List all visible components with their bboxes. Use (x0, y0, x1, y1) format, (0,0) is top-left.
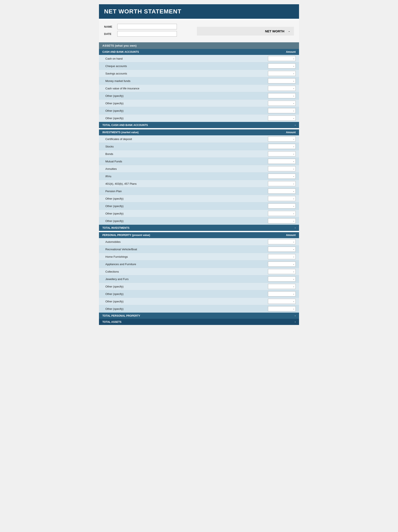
row-label: Certificates of deposit (105, 138, 268, 141)
personal-property-amount-label: Amount (286, 234, 296, 237)
investments-title: INVESTMENTS (market value) (102, 131, 139, 134)
row-label: Other (specify) (105, 292, 268, 296)
date-input[interactable] (117, 31, 177, 37)
total-assets-value: - (295, 320, 296, 323)
table-row: Pension Plan (99, 188, 299, 195)
table-row: Cash value of life insurance (99, 85, 299, 92)
table-row: Other (specify) (99, 283, 299, 290)
name-input[interactable] (117, 24, 177, 29)
amount-input[interactable] (268, 218, 296, 223)
table-row: Bonds (99, 150, 299, 158)
name-date-block: NAME DATE (104, 24, 193, 38)
row-label: Other (specify) (105, 94, 268, 97)
amount-input[interactable] (268, 239, 296, 244)
total-cash-row: TOTAL CASH AND BANK ACCOUNTS - (99, 122, 299, 128)
page-title: NET WORTH STATEMENT (99, 4, 299, 19)
total-cash-label: TOTAL CASH AND BANK ACCOUNTS (102, 124, 148, 127)
amount-input[interactable] (268, 254, 296, 259)
table-row: Other (specify) (99, 202, 299, 210)
date-row: DATE (104, 31, 193, 37)
row-label: Recreational Vehicle/Boat (105, 248, 268, 251)
total-personal-value: - (295, 314, 296, 317)
table-row: IRAs (99, 173, 299, 180)
investments-header: INVESTMENTS (market value) Amount (99, 129, 299, 135)
amount-input[interactable] (268, 159, 296, 164)
personal-rows-container: Automobiles Recreational Vehicle/Boat Ho… (99, 238, 299, 313)
amount-input[interactable] (268, 284, 296, 289)
amount-input[interactable] (268, 211, 296, 216)
amount-input[interactable] (268, 291, 296, 297)
amount-input[interactable] (268, 189, 296, 194)
table-row: Other (specify) (99, 100, 299, 107)
amount-input[interactable] (268, 181, 296, 186)
amount-input[interactable] (268, 269, 296, 274)
amount-input[interactable] (268, 101, 296, 106)
amount-input[interactable] (268, 166, 296, 171)
row-label: Appliances and Furniture (105, 263, 268, 266)
table-row: Money market funds (99, 77, 299, 85)
amount-input[interactable] (268, 196, 296, 201)
amount-input[interactable] (268, 299, 296, 304)
assets-section-header: ASSETS (what you own) (99, 42, 299, 49)
amount-input[interactable] (268, 63, 296, 69)
date-label: DATE (104, 32, 115, 36)
investment-rows-container: Certificates of deposit Stocks Bonds Mut… (99, 135, 299, 225)
net-worth-label: NET WORTH (265, 29, 284, 33)
amount-input[interactable] (268, 78, 296, 83)
table-row: Cheque accounts (99, 62, 299, 70)
page: NET WORTH STATEMENT NAME DATE NET WORTH … (99, 4, 299, 325)
row-label: Money market funds (105, 79, 268, 82)
row-label: Jewellery and Furs (105, 278, 268, 281)
row-label: Other (specify) (105, 102, 268, 105)
cash-bank-amount-label: Amount (286, 51, 296, 53)
table-row: Other (specify) (99, 114, 299, 122)
amount-input[interactable] (268, 71, 296, 76)
amount-input[interactable] (268, 93, 296, 98)
row-label: Bonds (105, 152, 268, 156)
amount-input[interactable] (268, 151, 296, 156)
row-label: Savings accounts (105, 72, 268, 75)
total-assets-label: TOTAL ASSETS (102, 321, 121, 323)
amount-input[interactable] (268, 174, 296, 179)
cash-bank-header: CASH AND BANK ACCOUNTS Amount (99, 49, 299, 55)
row-label: Mutual Funds (105, 160, 268, 163)
amount-input[interactable] (268, 144, 296, 149)
row-label: Other (specify) (105, 285, 268, 288)
table-row: Other (specify) (99, 195, 299, 202)
cash-bank-title: CASH AND BANK ACCOUNTS (102, 51, 139, 53)
table-row: Certificates of deposit (99, 135, 299, 143)
row-label: Other (specify) (105, 212, 268, 215)
table-row: Appliances and Furniture (99, 260, 299, 268)
amount-input[interactable] (268, 86, 296, 91)
table-row: Other (specify) (99, 210, 299, 217)
row-label: Other (specify) (105, 197, 268, 200)
row-label: 401(k), 403(b), 457 Plans (105, 182, 268, 185)
table-row: Automobiles (99, 238, 299, 246)
personal-property-header: PERSONAL PROPERTY (present value) Amount (99, 232, 299, 238)
amount-input[interactable] (268, 261, 296, 267)
table-row: Other (specify) (99, 92, 299, 100)
total-personal-label: TOTAL PERSONAL PROPERTY (102, 314, 140, 317)
total-personal-row: TOTAL PERSONAL PROPERTY - (99, 313, 299, 319)
amount-input[interactable] (268, 306, 296, 311)
amount-input[interactable] (268, 108, 296, 113)
row-label: Home Furnishings (105, 255, 268, 258)
table-row: 401(k), 403(b), 457 Plans (99, 180, 299, 188)
amount-input[interactable] (268, 276, 296, 282)
total-investments-value: - (295, 226, 296, 229)
amount-input[interactable] (268, 56, 296, 61)
amount-input[interactable] (268, 203, 296, 209)
table-row: Other (specify) (99, 305, 299, 313)
table-row: Other (specify) (99, 298, 299, 305)
amount-input[interactable] (268, 247, 296, 252)
total-cash-value: - (295, 123, 296, 127)
amount-input[interactable] (268, 115, 296, 121)
personal-property-title: PERSONAL PROPERTY (present value) (102, 234, 150, 237)
net-worth-block: NET WORTH - (197, 27, 294, 36)
row-label: IRAs (105, 175, 268, 178)
investments-amount-label: Amount (286, 131, 296, 134)
row-label: Other (specify) (105, 204, 268, 208)
row-label: Pension Plan (105, 190, 268, 193)
amount-input[interactable] (268, 136, 296, 141)
table-row: Other (specify) (99, 290, 299, 298)
